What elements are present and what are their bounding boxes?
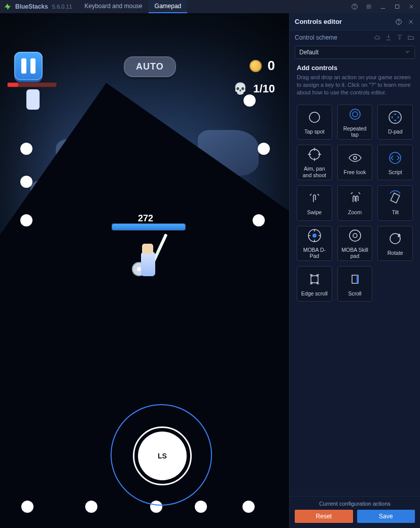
hamburger-menu-icon[interactable]	[363, 1, 374, 12]
tile-label: Edge scroll	[299, 290, 330, 297]
svg-point-14	[312, 234, 317, 238]
coin-icon	[250, 60, 262, 72]
tile-moba-dpad[interactable]: MOBA D-Pad	[297, 226, 332, 261]
cloud-sync-icon[interactable]	[373, 34, 381, 42]
tile-label: D-pad	[386, 128, 405, 135]
free-look-icon	[347, 150, 363, 166]
svg-point-8	[389, 111, 401, 123]
panel-close-icon[interactable]	[407, 18, 415, 26]
control-marker[interactable]	[253, 214, 265, 226]
pause-button[interactable]	[14, 52, 43, 80]
control-marker[interactable]	[20, 214, 32, 226]
pause-icon	[21, 58, 26, 74]
player-hp-bar	[112, 223, 186, 230]
export-icon[interactable]	[396, 34, 404, 42]
add-controls-section: Add controls Drag and drop an action on …	[290, 64, 420, 100]
aim-icon	[306, 146, 323, 162]
add-controls-heading: Add controls	[297, 64, 413, 72]
auto-button[interactable]: AUTO	[124, 56, 176, 77]
tile-tilt[interactable]: Tilt	[377, 185, 413, 221]
control-marker[interactable]	[242, 501, 255, 513]
app-brand: BlueStacks	[15, 3, 48, 10]
add-controls-hint: Drag and drop an action on your game scr…	[297, 74, 413, 96]
player-sprite	[131, 237, 166, 287]
control-marker[interactable]	[243, 94, 256, 107]
pause-icon	[30, 58, 36, 74]
svg-point-15	[349, 230, 361, 241]
tilt-icon	[387, 190, 403, 206]
skull-icon: 💀	[233, 82, 247, 95]
reset-button[interactable]: Reset	[295, 510, 353, 523]
scheme-label: Control scheme	[295, 34, 337, 41]
close-window-icon[interactable]	[406, 1, 417, 12]
svg-point-5	[309, 112, 320, 122]
control-marker[interactable]	[21, 501, 33, 513]
tile-aim-pan-shoot[interactable]: Aim, pan and shoot	[297, 145, 332, 180]
tab-gamepad[interactable]: Gamepad	[149, 0, 188, 13]
scroll-icon	[347, 271, 363, 287]
tile-moba-skill[interactable]: MOBA Skill pad	[337, 226, 373, 261]
control-marker[interactable]	[20, 176, 32, 188]
tile-swipe[interactable]: Swipe	[297, 185, 332, 221]
controls-grid: Tap spot Repeated tap D-pad Aim, pan and…	[290, 100, 420, 302]
player-hp-label: 272	[138, 213, 153, 224]
control-marker[interactable]	[195, 501, 207, 513]
tile-label: Script	[387, 169, 404, 176]
tile-edge-scroll[interactable]: Edge scroll	[297, 266, 332, 302]
minimize-icon[interactable]	[377, 1, 389, 12]
rotate-icon	[387, 230, 403, 247]
control-marker[interactable]	[20, 143, 32, 155]
dpad-icon	[387, 109, 403, 125]
tile-script[interactable]: Script	[377, 145, 413, 180]
import-icon[interactable]	[384, 34, 393, 42]
main-body: AUTO 0 💀 1/10 272	[0, 13, 420, 528]
tile-rotate[interactable]: Rotate	[377, 226, 413, 261]
svg-point-6	[350, 109, 360, 119]
window-controls	[349, 0, 417, 13]
scheme-select[interactable]: Default	[295, 46, 415, 59]
enemy-count-value: 1/10	[253, 82, 275, 95]
tile-label: Repeated tap	[338, 125, 372, 138]
tile-label: Aim, pan and shoot	[297, 166, 332, 178]
enemy-counter: 💀 1/10	[233, 82, 275, 95]
coin-value: 0	[268, 58, 275, 74]
help-icon[interactable]	[349, 1, 360, 12]
tile-tap-spot[interactable]: Tap spot	[297, 105, 332, 140]
tile-label: Scroll	[346, 290, 363, 297]
tile-label: Rotate	[386, 250, 405, 256]
panel-title: Controls editor	[295, 18, 342, 25]
panel-header: Controls editor	[290, 13, 420, 30]
chevron-down-icon	[404, 49, 410, 56]
tile-repeated-tap[interactable]: Repeated tap	[337, 105, 373, 140]
script-icon	[387, 150, 403, 166]
tab-keyboard-mouse[interactable]: Keyboard and mouse	[78, 0, 148, 13]
svg-point-1	[355, 8, 355, 9]
joystick-control[interactable]: LS	[111, 404, 212, 506]
swipe-icon	[306, 190, 323, 206]
tile-dpad[interactable]: D-pad	[377, 105, 413, 140]
joystick-label: LS	[158, 452, 167, 460]
control-marker[interactable]	[85, 501, 97, 513]
scheme-selected-value: Default	[299, 49, 319, 56]
controls-editor-panel: Controls editor Control scheme Default	[289, 13, 420, 528]
control-marker[interactable]	[258, 143, 270, 155]
save-button[interactable]: Save	[357, 510, 415, 523]
game-viewport[interactable]: AUTO 0 💀 1/10 272	[0, 13, 289, 528]
svg-point-16	[353, 234, 357, 238]
bluestacks-logo-icon	[3, 2, 12, 11]
svg-point-7	[353, 112, 358, 117]
maximize-icon[interactable]	[392, 1, 403, 12]
svg-rect-12	[391, 193, 400, 204]
edge-scroll-icon	[306, 271, 323, 287]
svg-rect-20	[357, 275, 358, 283]
tile-free-look[interactable]: Free look	[337, 145, 373, 180]
tile-label: Tilt	[390, 209, 401, 216]
panel-help-icon[interactable]	[395, 18, 403, 26]
svg-point-10	[354, 156, 357, 159]
tile-zoom[interactable]: Zoom	[337, 185, 373, 221]
tile-scroll[interactable]: Scroll	[337, 266, 373, 302]
tile-label: Zoom	[346, 209, 364, 216]
moba-dpad-icon	[306, 227, 323, 244]
joystick-knob[interactable]: LS	[138, 432, 187, 480]
folder-icon[interactable]	[407, 34, 415, 42]
